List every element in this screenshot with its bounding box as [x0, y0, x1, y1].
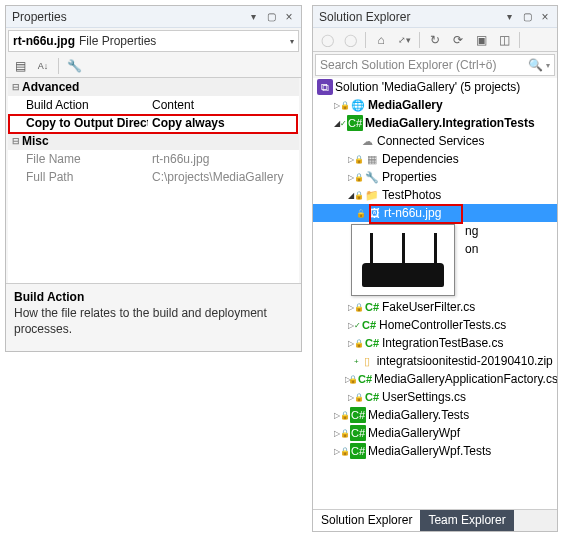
selected-type: File Properties	[79, 34, 156, 48]
solution-tree[interactable]: ⧉ Solution 'MediaGallery' (5 projects) ▷…	[313, 78, 557, 509]
node-label: Properties	[382, 170, 437, 184]
file-homecontrollertests[interactable]: ▷ ✓ C# HomeControllerTests.cs	[313, 316, 557, 334]
properties-title: Properties	[12, 10, 243, 24]
lock-icon: 🔒	[340, 101, 350, 110]
file-zip[interactable]: + ▯ integratsioonitestid-20190410.zip	[313, 352, 557, 370]
node-label: MediaGallery.Tests	[368, 408, 469, 422]
csproj-icon: C#	[350, 443, 366, 459]
window-menu-icon[interactable]: ▾	[245, 9, 261, 25]
node-label: Connected Services	[377, 134, 484, 148]
window-menu-icon[interactable]: ▾	[501, 9, 517, 25]
solution-explorer-panel: Solution Explorer ▾ ▢ × ◯ ◯ ⌂ ⤢▾ ↻ ⟳ ▣ ◫…	[312, 5, 558, 532]
dependencies-icon: ▦	[364, 151, 380, 167]
lock-icon: 🔒	[340, 411, 350, 420]
image-preview-tooltip	[351, 224, 455, 296]
file-integrationtestbase[interactable]: ▷ 🔒 C# IntegrationTestBase.cs	[313, 334, 557, 352]
lock-icon: 🔒	[356, 209, 366, 218]
collapse-icon[interactable]: ⊟	[10, 136, 22, 146]
lock-icon: 🔒	[340, 447, 350, 456]
project-mediagallerywpf-tests[interactable]: ▷ 🔒 C# MediaGalleryWpf.Tests	[313, 442, 557, 460]
prop-value: C:\projects\MediaGallery	[148, 168, 299, 186]
node-label: MediaGalleryWpf	[368, 426, 460, 440]
lock-icon: 🔒	[354, 173, 364, 182]
row-copy-output[interactable]: Copy to Output Directory Copy always	[8, 114, 299, 132]
csproj-icon: C#	[347, 115, 363, 131]
pin-icon[interactable]: ▢	[519, 9, 535, 25]
lock-icon: 🔒	[354, 339, 364, 348]
file-usersettings[interactable]: ▷ 🔒 C# UserSettings.cs	[313, 388, 557, 406]
alphabetical-icon[interactable]: A↓	[33, 56, 53, 76]
node-label: MediaGallery	[368, 98, 443, 112]
lock-icon: 🔒	[354, 303, 364, 312]
testphotos-folder[interactable]: ◢ 🔒 📁 TestPhotos	[313, 186, 557, 204]
csproj-icon: C#	[350, 407, 366, 423]
prop-label: Build Action	[8, 96, 148, 114]
home-icon[interactable]: ⌂	[371, 30, 391, 50]
sync-icon[interactable]: ↻	[425, 30, 445, 50]
project-mediagallery[interactable]: ▷ 🔒 🌐 MediaGallery	[313, 96, 557, 114]
node-label: Solution 'MediaGallery' (5 projects)	[335, 80, 520, 94]
row-file-name: File Name rt-n66u.jpg	[8, 150, 299, 168]
csharp-icon: C#	[361, 317, 377, 333]
forward-icon[interactable]: ◯	[340, 30, 360, 50]
properties-toolbar: ▤ A↓ 🔧	[6, 54, 301, 78]
collapse-icon[interactable]: ⊟	[10, 82, 22, 92]
close-icon[interactable]: ×	[281, 9, 297, 25]
csharp-icon: C#	[358, 371, 372, 387]
object-selector[interactable]: rt-n66u.jpg File Properties ▾	[8, 30, 299, 52]
tab-team-explorer[interactable]: Team Explorer	[420, 510, 513, 531]
properties-folder[interactable]: ▷ 🔒 🔧 Properties	[313, 168, 557, 186]
node-label: MediaGalleryApplicationFactory.cs	[374, 372, 557, 386]
node-label: HomeControllerTests.cs	[379, 318, 506, 332]
solution-icon: ⧉	[317, 79, 333, 95]
prop-value[interactable]: Content	[148, 96, 299, 114]
node-label: rt-n66u.jpg	[384, 206, 441, 220]
prop-value[interactable]: Copy always	[148, 114, 299, 132]
connected-services[interactable]: ☁ Connected Services	[313, 132, 557, 150]
lock-icon: 🔒	[348, 375, 358, 384]
node-label: integratsioonitestid-20190410.zip	[377, 354, 553, 368]
node-label: FakeUserFilter.cs	[382, 300, 475, 314]
csharp-icon: C#	[364, 389, 380, 405]
separator	[519, 32, 520, 48]
properties-titlebar[interactable]: Properties ▾ ▢ ×	[6, 6, 301, 28]
search-input[interactable]: Search Solution Explorer (Ctrl+ö) 🔍 ▾	[315, 54, 555, 76]
node-label: on	[465, 242, 478, 256]
show-all-icon[interactable]: ◫	[494, 30, 514, 50]
scope-icon[interactable]: ⤢▾	[394, 30, 414, 50]
tab-solution-explorer[interactable]: Solution Explorer	[313, 510, 420, 531]
separator	[365, 32, 366, 48]
wrench-icon[interactable]: 🔧	[64, 56, 84, 76]
search-icon[interactable]: 🔍	[528, 58, 543, 72]
category-label: Misc	[22, 134, 49, 148]
csharp-icon: C#	[364, 299, 380, 315]
dependencies[interactable]: ▷ 🔒 ▦ Dependencies	[313, 150, 557, 168]
project-integrationtests[interactable]: ◢ ✓ C# MediaGallery.IntegrationTests	[313, 114, 557, 132]
selected-file-rt-n66u[interactable]: 🔒 🖼 rt-n66u.jpg	[313, 204, 557, 222]
prop-label: File Name	[8, 150, 148, 168]
row-build-action[interactable]: Build Action Content	[8, 96, 299, 114]
categorized-icon[interactable]: ▤	[10, 56, 30, 76]
router-image	[356, 229, 450, 291]
collapse-all-icon[interactable]: ▣	[471, 30, 491, 50]
description-body: How the file relates to the build and de…	[14, 306, 293, 337]
solution-titlebar[interactable]: Solution Explorer ▾ ▢ ×	[313, 6, 557, 28]
pin-icon[interactable]: ▢	[263, 9, 279, 25]
chevron-down-icon[interactable]: ▾	[546, 61, 550, 70]
project-mediagallery-tests[interactable]: ▷ 🔒 C# MediaGallery.Tests	[313, 406, 557, 424]
file-fakeuserfilter[interactable]: ▷ 🔒 C# FakeUserFilter.cs	[313, 298, 557, 316]
separator	[419, 32, 420, 48]
solution-root[interactable]: ⧉ Solution 'MediaGallery' (5 projects)	[313, 78, 557, 96]
category-misc[interactable]: ⊟ Misc	[8, 132, 299, 150]
bottom-tabs: Solution Explorer Team Explorer	[313, 509, 557, 531]
back-icon[interactable]: ◯	[317, 30, 337, 50]
description-title: Build Action	[14, 290, 293, 304]
category-advanced[interactable]: ⊟ Advanced	[8, 78, 299, 96]
project-mediagallerywpf[interactable]: ▷ 🔒 C# MediaGalleryWpf	[313, 424, 557, 442]
file-appfactory[interactable]: ▷ 🔒 C# MediaGalleryApplicationFactory.cs	[313, 370, 557, 388]
close-icon[interactable]: ×	[537, 9, 553, 25]
refresh-icon[interactable]: ⟳	[448, 30, 468, 50]
separator	[58, 58, 59, 74]
property-grid: ⊟ Advanced Build Action Content Copy to …	[8, 78, 299, 283]
prop-value: rt-n66u.jpg	[148, 150, 299, 168]
